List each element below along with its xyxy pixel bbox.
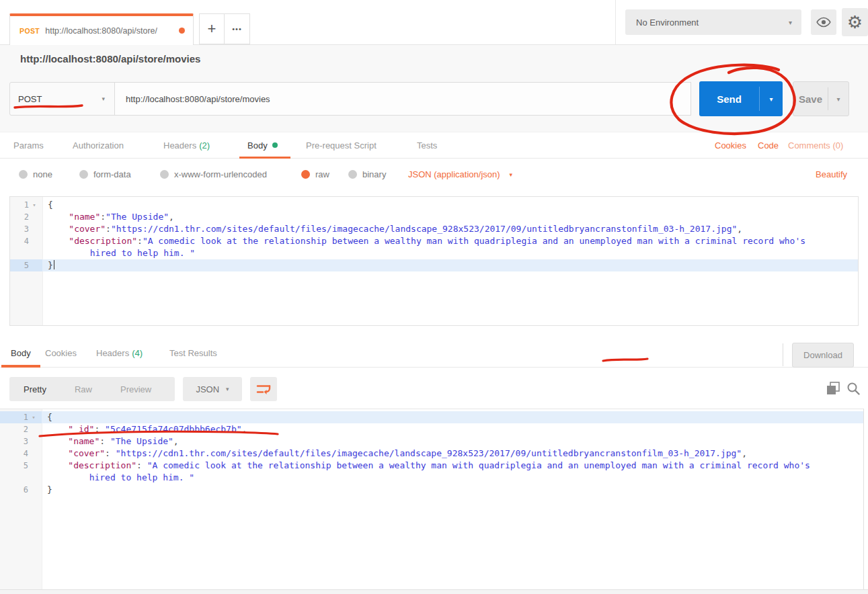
code-line: 3 "cover":"https://cdn1.thr.com/sites/de… [10,223,858,235]
header-tab-bar: POST http://localhost:8080/api/store/ + … [0,0,868,45]
beautify-link[interactable]: Beautify [816,169,847,179]
code-line: 5 "description": "A comedic look at the … [0,460,863,484]
tab-authorization[interactable]: Authorization [73,140,124,151]
code-line: 5} [10,259,858,271]
header-divider [615,0,616,44]
radio-icon [348,170,357,179]
view-raw[interactable]: Raw [61,384,106,394]
chevron-down-icon: ▾ [510,171,513,178]
search-response-button[interactable] [846,381,861,396]
chevron-down-icon: ▾ [789,19,792,26]
code-line: 3 "name": "The Upside", [0,435,863,448]
response-headers-label: Headers [96,348,129,358]
more-icon: ••• [232,25,242,33]
tab-headers[interactable]: Headers(2) [163,140,210,151]
tab-headers-label: Headers [163,140,196,151]
send-button[interactable]: Send ▾ [699,81,783,116]
radio-icon [19,170,28,179]
response-editor-lines: 1▾{2 "_id": "5c4e715fa74c07dbbb6ecb7b",3… [0,409,863,496]
view-pretty[interactable]: Pretty [9,384,61,394]
tab-pre-request-script[interactable]: Pre-request Script [306,140,377,151]
code-line: 1▾{ [10,199,858,211]
plus-icon: + [208,20,216,38]
cookies-link[interactable]: Cookies [715,140,746,151]
save-label: Save [793,82,828,116]
radio-x-www-form-urlencoded[interactable]: x-www-form-urlencoded [160,169,267,179]
response-tab-test-results[interactable]: Test Results [169,348,217,358]
response-toolbar: Pretty Raw Preview JSON ▾ [0,368,868,409]
radio-none[interactable]: none [19,169,52,179]
radio-none-label: none [33,169,52,179]
text-caret [54,260,54,269]
tab-menu-button[interactable]: ••• [225,13,250,44]
code-line: 1▾{ [0,411,863,423]
environment-quick-look-button[interactable] [811,9,836,35]
view-preview[interactable]: Preview [106,384,165,394]
settings-button[interactable]: ⚙ [842,8,868,36]
code-line: 6} [0,484,863,496]
response-tab-headers[interactable]: Headers(4) [96,348,143,358]
wrap-lines-icon [256,383,271,395]
chevron-down-icon: ▾ [769,95,773,103]
body-filled-dot-icon [272,142,278,148]
send-options-button[interactable]: ▾ [760,81,783,116]
copy-response-button[interactable] [826,381,840,396]
response-headers-count: (4) [132,348,143,358]
status-bar [0,589,868,594]
code-line: 4 "cover": "https://cdn1.thr.com/sites/d… [0,448,863,460]
tab-title: http://localhost:8080/api/store/ [45,26,157,36]
chevron-down-icon: ▾ [836,95,840,103]
tab-params[interactable]: Params [13,140,44,151]
request-body-editor[interactable]: 1▾{2 "name":"The Upside",3 "cover":"http… [9,196,859,326]
copy-icon [826,382,840,395]
radio-icon [160,170,169,179]
response-format-select[interactable]: JSON ▾ [183,377,242,401]
radio-binary-label: binary [362,169,386,179]
response-tab-body[interactable]: Body [11,348,31,358]
radio-form-data-label: form-data [93,169,131,179]
method-select[interactable]: POST ▾ [9,82,115,116]
request-tab[interactable]: POST http://localhost:8080/api/store/ [9,13,194,45]
response-view-toggle: Pretty Raw Preview [9,377,175,401]
radio-icon [79,170,88,179]
radio-urlencoded-label: x-www-form-urlencoded [174,169,267,179]
response-body-editor[interactable]: 1▾{2 "_id": "5c4e715fa74c07dbbb6ecb7b",3… [0,409,864,589]
send-label: Send [699,81,759,116]
request-url-heading-row: http://localhost:8080/api/store/movies [0,45,868,73]
fold-caret-icon[interactable]: ▾ [29,199,40,211]
tab-headers-count: (2) [199,140,210,151]
search-icon [846,382,860,395]
save-button[interactable]: Save ▾ [793,81,849,116]
tab-body[interactable]: Body [247,140,278,151]
unsaved-dot-icon [179,28,185,34]
postman-app: POST http://localhost:8080/api/store/ + … [0,0,868,594]
method-label: POST [18,94,42,104]
body-type-select[interactable]: JSON (application/json) ▾ [408,169,512,179]
url-input[interactable] [114,82,691,116]
radio-raw[interactable]: raw [301,169,329,179]
save-options-button[interactable]: ▾ [828,82,849,116]
wrap-lines-button[interactable] [250,377,277,401]
code-line: 2 "name":"The Upside", [10,211,858,223]
chevron-down-icon: ▾ [102,95,105,102]
request-editor-lines: 1▾{2 "name":"The Upside",3 "cover":"http… [10,197,858,271]
download-button[interactable]: Download [792,343,854,368]
tab-actions: + ••• [199,13,250,44]
code-link[interactable]: Code [758,140,779,151]
request-tabs-row: Params Authorization Headers(2) Body Pre… [0,132,868,159]
environment-label: No Environment [636,17,699,28]
tab-body-label: Body [247,140,268,151]
body-type-label: JSON (application/json) [408,169,500,179]
comments-link[interactable]: Comments (0) [788,140,843,151]
new-tab-button[interactable]: + [199,13,225,44]
environment-select[interactable]: No Environment ▾ [625,9,801,35]
radio-binary[interactable]: binary [348,169,386,179]
chevron-down-icon: ▾ [226,386,229,392]
eye-icon [816,17,831,28]
fold-caret-icon[interactable]: ▾ [28,411,39,423]
body-type-row: none form-data x-www-form-urlencoded raw… [0,159,868,196]
tab-tests[interactable]: Tests [417,140,437,151]
response-tabs-row: Body Cookies Headers(4) Test Results Sta… [0,339,868,368]
radio-form-data[interactable]: form-data [79,169,131,179]
response-tab-cookies[interactable]: Cookies [45,348,77,358]
